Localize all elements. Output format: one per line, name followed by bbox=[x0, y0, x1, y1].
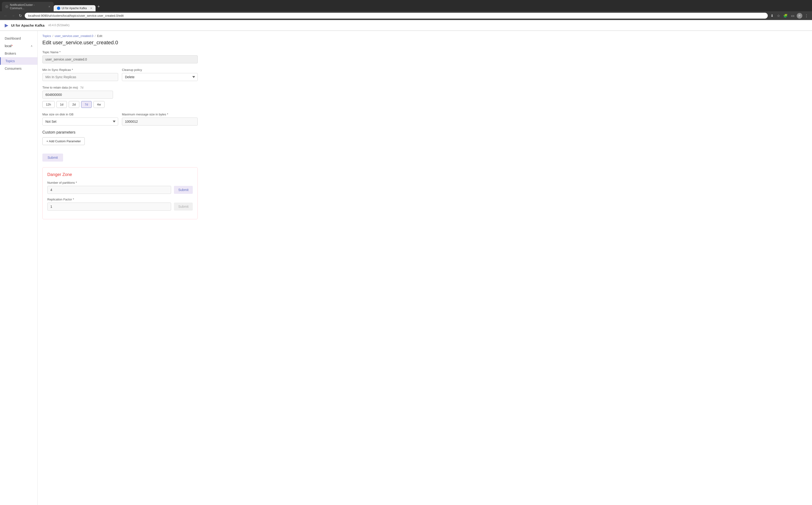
replication-field: Replication Factor * Submit bbox=[47, 198, 193, 210]
tab-favicon-2 bbox=[57, 7, 60, 10]
breadcrumb-sep-2: / bbox=[95, 34, 96, 38]
cleanup-policy-field: Cleanup policy Delete Compact Delete,Com… bbox=[122, 68, 198, 81]
breadcrumb-topics[interactable]: Topics bbox=[42, 34, 51, 38]
time-retain-hint: 7d bbox=[80, 86, 83, 89]
size-row: Max size on disk in GB Not Set 1 GB 5 GB… bbox=[42, 113, 198, 126]
cluster-label: local* bbox=[5, 44, 13, 48]
sidebar-item-topics[interactable]: Topics bbox=[0, 57, 37, 65]
cluster-toggle-icon[interactable]: ∧ bbox=[31, 44, 33, 47]
forward-button[interactable]: → bbox=[10, 13, 16, 18]
sidebar-toggle-icon[interactable]: ▭ bbox=[790, 13, 795, 19]
menu-icon[interactable]: ⋮ bbox=[804, 13, 809, 19]
max-message-field: Maximum message size in bytes * bbox=[122, 113, 198, 126]
tab-label-1: NotificationCluster - Communi... bbox=[10, 3, 45, 10]
danger-title: Danger Zone bbox=[47, 172, 193, 177]
app-logo: ▶ bbox=[5, 22, 8, 28]
sidebar-cluster: local* ∧ bbox=[0, 42, 37, 50]
min-sync-cleanup-row: Min In Sync Replicas * Cleanup policy De… bbox=[42, 68, 198, 81]
time-buttons-group: 12h 1d 2d 7d 4w bbox=[42, 101, 198, 108]
custom-params-title: Custom parameters bbox=[42, 130, 198, 135]
main-content: Topics / user_service.user_created.0 / E… bbox=[38, 31, 812, 505]
app-layout: Dashboard local* ∧ Brokers Topics Consum… bbox=[0, 31, 812, 505]
time-retain-input[interactable] bbox=[42, 91, 113, 99]
time-btn-2d[interactable]: 2d bbox=[69, 101, 79, 108]
breadcrumb-current: Edit bbox=[97, 34, 102, 38]
topic-name-label: Topic Name * bbox=[42, 50, 198, 54]
time-retain-field: Time to retain data (in ms) 7d 12h 1d 2d… bbox=[42, 86, 198, 108]
download-icon[interactable]: ⬇ bbox=[770, 13, 775, 19]
submit-button[interactable]: Submit bbox=[42, 154, 63, 162]
new-tab-button[interactable]: + bbox=[95, 3, 102, 10]
tab-close-2[interactable]: ✕ bbox=[90, 7, 92, 10]
tab-close-1[interactable]: ✕ bbox=[48, 5, 50, 8]
max-disk-field: Max size on disk in GB Not Set 1 GB 5 GB… bbox=[42, 113, 118, 126]
replication-input[interactable] bbox=[47, 202, 171, 210]
replication-submit-button[interactable]: Submit bbox=[174, 202, 193, 210]
cleanup-policy-select[interactable]: Delete Compact Delete,Compact bbox=[122, 73, 198, 81]
browser-tabs: NotificationCluster - Communi... ✕ UI fo… bbox=[0, 0, 812, 11]
extensions-icon[interactable]: 🧩 bbox=[782, 13, 789, 19]
partitions-input[interactable] bbox=[47, 186, 171, 194]
time-btn-1d[interactable]: 1d bbox=[56, 101, 67, 108]
browser-chrome: NotificationCluster - Communi... ✕ UI fo… bbox=[0, 0, 812, 20]
min-sync-input[interactable] bbox=[42, 73, 118, 81]
back-button[interactable]: ← bbox=[3, 13, 8, 18]
tab-label-2: UI for Apache Kafka bbox=[62, 7, 87, 10]
browser-tab-1[interactable]: NotificationCluster - Communi... ✕ bbox=[2, 2, 54, 11]
sidebar-item-dashboard[interactable]: Dashboard bbox=[0, 35, 37, 42]
browser-tab-2[interactable]: UI for Apache Kafka ✕ bbox=[54, 5, 95, 11]
custom-params-section: Custom parameters + Add Custom Parameter bbox=[42, 130, 198, 145]
app-title: UI for Apache Kafka bbox=[11, 23, 44, 27]
address-bar[interactable] bbox=[25, 13, 768, 19]
max-message-input[interactable] bbox=[122, 118, 198, 126]
reload-button[interactable]: ↻ bbox=[18, 13, 23, 18]
time-btn-7d[interactable]: 7d bbox=[81, 101, 91, 108]
toolbar-icons: ⬇ ☆ 🧩 ▭ P ⋮ bbox=[770, 13, 809, 19]
topic-name-input bbox=[42, 55, 198, 63]
time-btn-12h[interactable]: 12h bbox=[42, 101, 55, 108]
partitions-row: Submit bbox=[47, 186, 193, 194]
tab-favicon-1 bbox=[5, 5, 8, 8]
partitions-label: Number of partitions * bbox=[47, 181, 193, 184]
sidebar: Dashboard local* ∧ Brokers Topics Consum… bbox=[0, 31, 38, 505]
min-sync-field: Min In Sync Replicas * bbox=[42, 68, 118, 81]
time-btn-4w[interactable]: 4w bbox=[93, 101, 104, 108]
breadcrumb-sep-1: / bbox=[52, 34, 53, 38]
browser-toolbar: ← → ↻ ⬇ ☆ 🧩 ▭ P ⋮ bbox=[0, 11, 812, 20]
breadcrumb: Topics / user_service.user_created.0 / E… bbox=[38, 31, 812, 38]
add-custom-param-button[interactable]: + Add Custom Parameter bbox=[42, 137, 85, 145]
danger-zone: Danger Zone Number of partitions * Submi… bbox=[42, 167, 198, 219]
app-version: v0.4.0 (521ba0c) bbox=[48, 24, 69, 27]
max-disk-label: Max size on disk in GB bbox=[42, 113, 118, 116]
replication-row: Submit bbox=[47, 202, 193, 210]
sidebar-item-consumers[interactable]: Consumers bbox=[0, 65, 37, 72]
cleanup-policy-label: Cleanup policy bbox=[122, 68, 198, 71]
app-header: ▶ UI for Apache Kafka v0.4.0 (521ba0c) bbox=[0, 20, 812, 31]
partitions-submit-button[interactable]: Submit bbox=[174, 186, 193, 194]
max-disk-select[interactable]: Not Set 1 GB 5 GB 10 GB 50 GB bbox=[42, 118, 118, 126]
min-sync-label: Min In Sync Replicas * bbox=[42, 68, 118, 71]
sidebar-item-brokers[interactable]: Brokers bbox=[0, 50, 37, 57]
profile-avatar[interactable]: P bbox=[797, 13, 802, 19]
max-message-label: Maximum message size in bytes * bbox=[122, 113, 198, 116]
edit-form: Topic Name * Min In Sync Replicas * Clea… bbox=[38, 50, 202, 229]
page-title: Edit user_service.user_created.0 bbox=[38, 38, 812, 50]
breadcrumb-topic[interactable]: user_service.user_created.0 bbox=[55, 34, 93, 38]
bookmark-icon[interactable]: ☆ bbox=[776, 13, 781, 19]
time-retain-label: Time to retain data (in ms) 7d bbox=[42, 86, 198, 89]
topic-name-field: Topic Name * bbox=[42, 50, 198, 63]
partitions-field: Number of partitions * Submit bbox=[47, 181, 193, 194]
replication-label: Replication Factor * bbox=[47, 198, 193, 201]
